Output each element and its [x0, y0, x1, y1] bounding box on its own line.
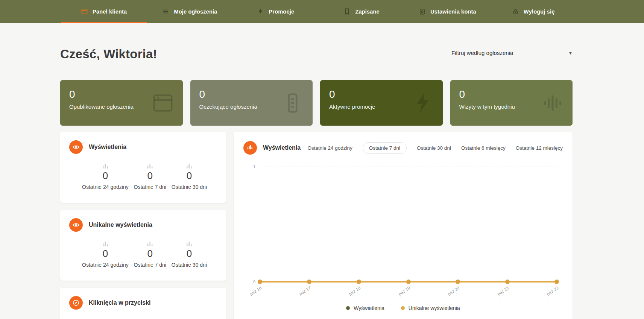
- views-chart-card: Wyświetlenia Ostatnie 24 godziny Ostatni…: [234, 132, 573, 319]
- filter-label: Filtruj według ogłoszenia: [451, 50, 513, 56]
- mini-stat-label: Ostatnie 7 dni: [134, 184, 166, 190]
- bookmark-icon: [343, 8, 351, 15]
- stat-card-weekly-visits: 0 Wizyty w tym tygodniu: [450, 80, 573, 126]
- x-axis-label: paź 16: [249, 286, 262, 296]
- bolt-icon: [411, 91, 434, 115]
- kpi-row: 0 Opublikowane ogłoszenia 0 Oczekujące o…: [60, 80, 573, 126]
- legend-item-views[interactable]: Wyświetlenia: [346, 305, 384, 311]
- metric-card-views: Wyświetlenia 0 Ostatnie 24 godziny 0 Ost…: [60, 132, 226, 203]
- legend-dot-views: [346, 306, 350, 310]
- card-title: Wyświetlenia: [89, 144, 126, 150]
- mini-bar-chart-icon: [82, 241, 129, 246]
- pending-ads-icon: [281, 91, 304, 115]
- nav-label: Panel klienta: [93, 9, 127, 15]
- x-axis-label: paź 19: [398, 286, 411, 296]
- nav-label: Promocje: [269, 9, 294, 15]
- card-title: Unikalne wyświetlenia: [89, 222, 152, 228]
- chart-x-labels: paź 16paź 17paź 18paź 19paź 20paź 21paź …: [260, 284, 557, 299]
- card-title: Kliknięcia w przyciski: [89, 299, 151, 306]
- chart-data-point[interactable]: [258, 280, 262, 284]
- legend-label: Wyświetlenia: [354, 305, 384, 311]
- chart-data-point[interactable]: [456, 280, 460, 284]
- nav-item-wyloguj-sie[interactable]: Wyloguj się: [491, 0, 576, 23]
- chart-title: Wyświetlenia: [263, 144, 301, 151]
- compass-icon: [69, 296, 83, 310]
- browser-window-icon: [151, 91, 175, 115]
- mini-stat-value: 0: [172, 170, 207, 182]
- nav-label: Wyloguj się: [524, 9, 555, 15]
- mini-stat-value: 0: [82, 170, 129, 182]
- mini-stat-label: Ostatnie 24 godziny: [82, 262, 129, 268]
- mini-stat-value: 0: [134, 170, 166, 182]
- mini-stat: 0 Ostatnie 7 dni: [134, 163, 166, 190]
- chart-range-tab-12m[interactable]: Ostatnie 12 miesięcy: [516, 145, 563, 151]
- stat-card-pending-ads: 0 Oczekujące ogłoszenia: [190, 80, 313, 126]
- metric-card-button-clicks: Kliknięcia w przyciski: [60, 288, 226, 319]
- mini-stat: 0 Ostatnie 30 dni: [172, 241, 207, 268]
- settings-icon: [419, 8, 426, 15]
- bolt-icon: [257, 8, 264, 15]
- top-navigation: Panel klienta Moje ogłoszenia Promocje Z…: [0, 0, 644, 23]
- mini-bar-chart-icon: [172, 163, 207, 169]
- lock-icon: [512, 8, 519, 15]
- eye-icon: [69, 218, 83, 232]
- nav-item-ustawienia-konta[interactable]: Ustawienia konta: [404, 0, 490, 23]
- x-axis-label: paź 17: [299, 286, 312, 296]
- mini-stat-label: Ostatnie 7 dni: [134, 262, 166, 268]
- mini-stat-value: 0: [134, 248, 166, 260]
- metrics-column: Wyświetlenia 0 Ostatnie 24 godziny 0 Ost…: [60, 132, 226, 319]
- nav-label: Zapisane: [355, 9, 379, 15]
- listing-filter-dropdown[interactable]: Filtruj według ogłoszenia ▼: [451, 50, 573, 61]
- page-title: Cześć, Wiktoria!: [60, 47, 157, 61]
- chart-range-tab-6m[interactable]: Ostatnie 6 miesięcy: [461, 145, 506, 151]
- chart-data-point[interactable]: [406, 280, 411, 284]
- nav-item-moje-ogloszenia[interactable]: Moje ogłoszenia: [147, 0, 232, 23]
- y-axis-tick-1: 1: [253, 164, 255, 169]
- chart-data-point[interactable]: [505, 280, 510, 284]
- nav-item-promocje[interactable]: Promocje: [233, 0, 319, 23]
- list-icon: [162, 8, 169, 15]
- browser-window-icon: [81, 8, 88, 15]
- mini-stat: 0 Ostatnie 7 dni: [134, 241, 166, 268]
- chart-range-tab-30d[interactable]: Ostatnie 30 dni: [417, 145, 451, 151]
- chart-data-point[interactable]: [554, 280, 559, 284]
- mini-stat-value: 0: [82, 248, 129, 260]
- mini-stat-value: 0: [172, 248, 207, 260]
- mini-bar-chart-icon: [172, 241, 207, 246]
- mini-stat-label: Ostatnie 30 dni: [172, 262, 207, 268]
- nav-item-zapisane[interactable]: Zapisane: [319, 0, 404, 23]
- chevron-down-icon: ▼: [568, 51, 573, 55]
- x-axis-label: paź 18: [348, 286, 361, 296]
- nav-item-panel-klienta[interactable]: Panel klienta: [61, 0, 147, 23]
- legend-item-unique-views[interactable]: Unikalne wyświetlenia: [401, 305, 460, 311]
- x-axis-label: paź 21: [497, 286, 510, 296]
- chart-legend: Wyświetlenia Unikalne wyświetlenia: [243, 305, 563, 311]
- nav-label: Ustawienia konta: [430, 9, 476, 15]
- chart-data-point[interactable]: [357, 280, 361, 284]
- chart-range-tab-24h[interactable]: Ostatnie 24 godziny: [307, 145, 352, 151]
- bar-chart-icon: [243, 141, 257, 155]
- y-axis-tick-0: 0: [253, 280, 255, 284]
- metric-card-unique-views: Unikalne wyświetlenia 0 Ostatnie 24 godz…: [60, 210, 226, 281]
- mini-stat-label: Ostatnie 30 dni: [172, 184, 207, 190]
- stat-card-active-promotions: 0 Aktywne promocje: [320, 80, 443, 126]
- legend-label: Unikalne wyświetlenia: [409, 305, 460, 311]
- stat-card-published-ads: 0 Opublikowane ogłoszenia: [60, 80, 183, 126]
- nav-label: Moje ogłoszenia: [174, 9, 217, 15]
- mini-stat: 0 Ostatnie 30 dni: [172, 163, 207, 190]
- mini-stat-label: Ostatnie 24 godziny: [82, 184, 129, 190]
- chart-range-tabs: Ostatnie 24 godziny Ostatnie 7 dni Ostat…: [307, 142, 563, 154]
- x-axis-label: paź 22: [546, 286, 559, 296]
- x-axis-label: paź 20: [447, 286, 460, 296]
- chart-range-tab-7d-selected[interactable]: Ostatnie 7 dni: [363, 142, 407, 154]
- legend-dot-unique-views: [401, 306, 405, 310]
- mini-stat: 0 Ostatnie 24 godziny: [82, 241, 129, 268]
- mini-stat: 0 Ostatnie 24 godziny: [82, 163, 129, 190]
- mini-bar-chart-icon: [134, 241, 166, 246]
- chart-data-point[interactable]: [307, 280, 311, 284]
- mini-bar-chart-icon: [134, 163, 166, 169]
- mini-bar-chart-icon: [82, 163, 129, 169]
- chart-plot: 1 0: [260, 167, 557, 282]
- waveform-icon: [541, 91, 564, 115]
- eye-icon: [69, 140, 83, 154]
